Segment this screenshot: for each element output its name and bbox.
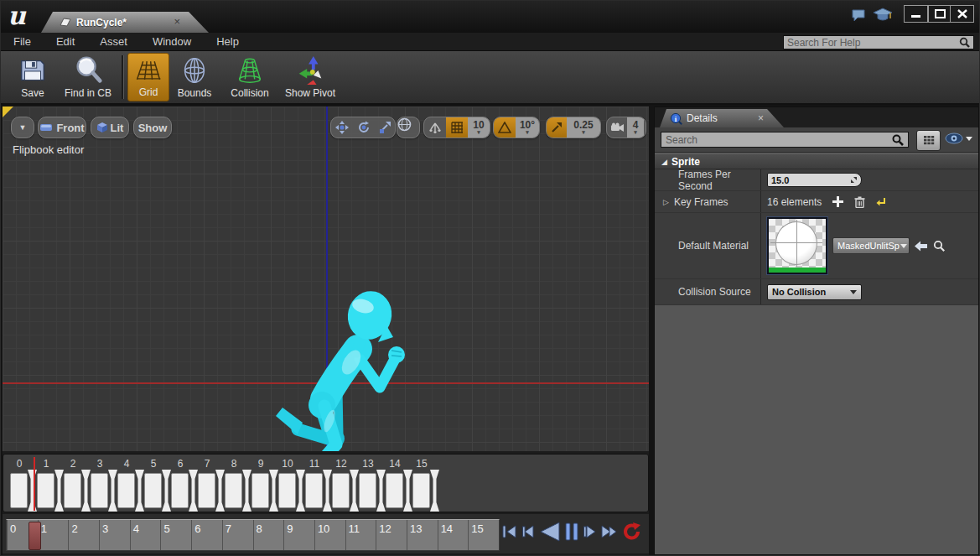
pause-button[interactable] xyxy=(564,521,579,543)
menu-item[interactable]: Edit xyxy=(44,35,87,48)
scrubber-cell[interactable]: 11 xyxy=(345,520,376,550)
camera-speed-value-box[interactable]: 4▾ xyxy=(627,117,644,138)
scrubber-cell[interactable]: 8 xyxy=(253,520,284,550)
find-in-cb-button[interactable]: Find in CB xyxy=(58,53,118,101)
save-button[interactable]: Save xyxy=(8,53,58,101)
browse-to-asset-icon[interactable] xyxy=(933,240,945,252)
viewport-options-dropdown[interactable]: ▼ xyxy=(11,117,34,138)
keyframe-resize-handle[interactable] xyxy=(135,470,144,512)
view-direction-button[interactable]: Front xyxy=(38,117,86,138)
keyframe-thumbnail[interactable] xyxy=(278,473,296,508)
menu-item[interactable]: Asset xyxy=(87,35,140,48)
keyframe-cell[interactable]: 12 xyxy=(332,456,359,512)
keyframe-thumbnail[interactable] xyxy=(10,473,28,508)
asset-tab-runcycle[interactable]: RunCycle* × xyxy=(41,12,209,33)
keyframe-resize-handle[interactable] xyxy=(430,470,439,512)
keyframe-thumbnail[interactable] xyxy=(412,473,430,508)
collision-source-dropdown[interactable]: No Collision xyxy=(767,284,862,300)
keyframes-label-cell[interactable]: ▷ Key Frames xyxy=(655,191,761,212)
scrubber-cell[interactable]: 9 xyxy=(283,520,314,550)
keyframe-thumbnail[interactable] xyxy=(144,473,162,508)
reset-to-default-icon[interactable] xyxy=(876,197,886,207)
view-options-button[interactable] xyxy=(945,133,972,144)
scrubber-cell[interactable]: 3 xyxy=(99,520,130,550)
skip-to-front-button[interactable] xyxy=(501,522,518,542)
running-character-sprite[interactable] xyxy=(254,278,422,451)
keyframe-thumbnail[interactable] xyxy=(225,473,242,508)
tab-close-icon[interactable]: × xyxy=(174,15,180,28)
keyframe-resize-handle[interactable] xyxy=(162,470,171,512)
keyframe-cell[interactable]: 14 xyxy=(386,456,412,512)
scrubber-cell[interactable]: 15 xyxy=(468,520,499,550)
collision-toggle-button[interactable]: Collision xyxy=(220,53,280,101)
material-thumbnail[interactable] xyxy=(767,217,827,274)
vertex-snap-button[interactable] xyxy=(424,117,446,138)
menu-item[interactable]: File xyxy=(1,35,44,48)
bounds-toggle-button[interactable]: Bounds xyxy=(169,53,220,101)
keyframe-thumbnail[interactable] xyxy=(117,473,135,508)
keyframe-resize-handle[interactable] xyxy=(54,470,64,512)
keyframe-thumbnail[interactable] xyxy=(251,473,269,508)
keyframe-thumbnail[interactable] xyxy=(386,473,403,508)
close-button[interactable] xyxy=(950,5,974,23)
scrubber-cell[interactable]: 13 xyxy=(407,520,438,550)
keyframe-track[interactable]: 0 1 2 3 4 5 xyxy=(3,454,649,512)
step-forward-button[interactable] xyxy=(582,522,597,542)
loop-toggle-button[interactable] xyxy=(622,522,642,542)
world-local-toggle[interactable] xyxy=(397,117,420,138)
feedback-bubble-icon[interactable] xyxy=(851,8,868,22)
keyframe-resize-handle[interactable] xyxy=(403,470,412,512)
details-tab-close-icon[interactable]: × xyxy=(758,112,764,124)
keyframe-cell[interactable]: 3 xyxy=(91,456,117,512)
keyframe-cell[interactable]: 1 xyxy=(37,456,64,512)
keyframe-thumbnail[interactable] xyxy=(198,473,215,508)
keyframe-thumbnail[interactable] xyxy=(91,473,108,508)
tutorial-cap-icon[interactable] xyxy=(873,6,893,24)
details-tab[interactable]: i Details × xyxy=(660,109,784,127)
menu-item[interactable]: Window xyxy=(140,35,204,48)
keyframe-thumbnail[interactable] xyxy=(305,473,323,508)
play-reverse-button[interactable] xyxy=(538,521,562,543)
keyframe-cell[interactable]: 15 xyxy=(412,456,439,512)
fps-input[interactable]: 15.0 xyxy=(767,173,862,187)
skip-to-end-button[interactable] xyxy=(599,522,620,542)
keyframe-resize-handle[interactable] xyxy=(108,470,117,512)
scrubber-cell[interactable]: 4 xyxy=(130,520,161,550)
keyframe-cell[interactable]: 4 xyxy=(117,456,144,512)
rotate-tool-button[interactable] xyxy=(353,117,374,138)
step-backward-button[interactable] xyxy=(521,522,536,542)
material-dropdown[interactable]: MaskedUnlitSp xyxy=(832,237,910,254)
details-search-input[interactable]: Search xyxy=(661,132,909,148)
keyframe-resize-handle[interactable] xyxy=(189,470,198,512)
maximize-button[interactable] xyxy=(928,5,952,23)
scrubber-cell[interactable]: 7 xyxy=(222,520,253,550)
keyframe-cell[interactable]: 2 xyxy=(64,456,91,512)
scrubber-cell[interactable]: 14 xyxy=(438,520,469,550)
keyframe-thumbnail[interactable] xyxy=(359,473,376,508)
grid-snap-toggle[interactable] xyxy=(446,117,468,138)
flipbook-viewport[interactable]: Early access preview xyxy=(3,107,649,451)
keyframe-thumbnail[interactable] xyxy=(37,473,54,508)
use-selected-asset-icon[interactable] xyxy=(915,241,928,252)
keyframe-resize-handle[interactable] xyxy=(350,470,359,512)
scale-snap-size[interactable]: 0.25▾ xyxy=(567,117,600,138)
keyframe-cell[interactable]: 9 xyxy=(251,456,278,512)
lit-mode-button[interactable]: Lit xyxy=(91,117,129,138)
help-search-input[interactable]: Search For Help xyxy=(783,35,974,49)
minimize-button[interactable] xyxy=(904,5,928,23)
value-drag-icon[interactable] xyxy=(850,176,858,184)
grid-snap-size[interactable]: 10▾ xyxy=(468,117,490,138)
keyframe-cell[interactable]: 13 xyxy=(359,456,386,512)
scrubber-cell[interactable]: 2 xyxy=(68,520,99,550)
keyframe-resize-handle[interactable] xyxy=(376,470,386,512)
scrubber-cell[interactable]: 12 xyxy=(376,520,407,550)
scrubber-cell[interactable]: 6 xyxy=(191,520,222,550)
keyframe-resize-handle[interactable] xyxy=(323,470,332,512)
translate-tool-button[interactable] xyxy=(331,117,353,138)
keyframe-resize-handle[interactable] xyxy=(81,470,91,512)
show-pivot-toggle-button[interactable]: Show Pivot xyxy=(280,53,340,101)
scrubber-cell[interactable]: 1 xyxy=(38,520,69,550)
grid-toggle-button[interactable]: Grid xyxy=(127,53,169,101)
menu-item[interactable]: Help xyxy=(204,35,251,48)
rotation-snap-toggle[interactable] xyxy=(494,117,516,138)
